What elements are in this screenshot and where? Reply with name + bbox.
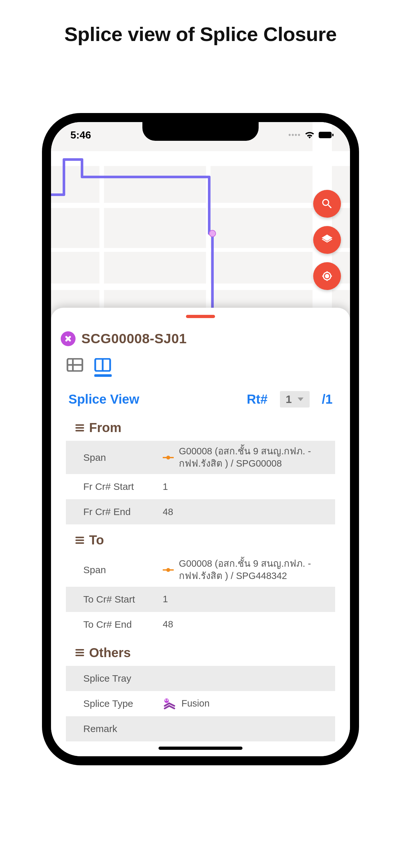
span-marker-icon (163, 568, 174, 572)
row-to-span: Span G00008 (อสก.ชั้น 9 สนญ.กฟภ. - กฟฟ.ร… (66, 553, 335, 586)
value-to-end: 48 (163, 618, 173, 631)
chevron-down-icon (298, 398, 304, 401)
layers-button[interactable] (313, 226, 341, 254)
search-icon (320, 197, 334, 210)
label-to-start: To Cr# Start (66, 594, 163, 605)
svg-point-11 (164, 699, 169, 703)
svg-point-10 (166, 568, 170, 572)
label-splice-tray: Splice Tray (66, 673, 163, 684)
svg-point-12 (165, 700, 166, 701)
sheet-drag-handle[interactable] (186, 315, 215, 318)
fusion-icon (163, 697, 176, 710)
status-time: 5:46 (70, 129, 91, 141)
row-from-span: Span G00008 (อสก.ชั้น 9 สนญ.กฟภ. - กฟฟ.ร… (66, 441, 335, 474)
rt-selected-value: 1 (286, 393, 292, 406)
closure-icon (61, 331, 75, 346)
columns-icon (94, 358, 111, 372)
view-title: Splice View (68, 392, 235, 407)
tab-column-view[interactable] (94, 358, 111, 372)
value-to-span: G00008 (อสก.ชั้น 9 สนญ.กฟภ. - กฟฟ.รังสิต… (179, 558, 329, 582)
section-others: Others Splice Tray Splice Type (66, 646, 335, 741)
rt-label: Rt# (247, 392, 267, 407)
section-to: To Span G00008 (อสก.ชั้น 9 สนญ.กฟภ. - กฟ… (66, 533, 335, 637)
row-from-end: Fr Cr# End 48 (66, 499, 335, 524)
svg-rect-1 (332, 134, 334, 136)
label-from-end: Fr Cr# End (66, 506, 163, 517)
value-to-start: 1 (163, 593, 168, 606)
cellular-dots-icon: •••• (288, 131, 301, 139)
value-splice-type: Fusion (181, 698, 210, 710)
view-header: Splice View Rt# 1 /1 (68, 391, 333, 407)
page-title: Splice view of Splice Closure (0, 23, 401, 45)
span-marker-icon (163, 455, 174, 460)
home-indicator[interactable] (158, 747, 243, 750)
section-title-to: To (89, 533, 104, 547)
value-from-start: 1 (163, 481, 168, 493)
status-bar: 5:46 •••• (51, 122, 350, 148)
section-from: From Span G00008 (อสก.ชั้น 9 สนญ.กฟภ. - … (66, 421, 335, 524)
list-icon (75, 648, 85, 657)
label-splice-type: Splice Type (66, 698, 163, 709)
svg-point-8 (166, 456, 170, 460)
detail-sheet: SCG00008-SJ01 Splice View Rt# 1 /1 (51, 308, 350, 756)
svg-point-13 (167, 700, 168, 701)
locate-button[interactable] (313, 262, 341, 290)
list-icon (75, 536, 85, 545)
search-button[interactable] (313, 190, 341, 218)
rt-select[interactable]: 1 (280, 391, 310, 407)
grid-icon (66, 358, 83, 372)
section-title-others: Others (89, 646, 131, 660)
phone-frame: 5:46 •••• (42, 113, 359, 765)
rt-total: /1 (322, 392, 333, 407)
label-from-start: Fr Cr# Start (66, 481, 163, 492)
label-from-span: Span (66, 452, 163, 463)
label-to-end: To Cr# End (66, 619, 163, 630)
fab-stack (313, 190, 341, 290)
status-icons: •••• (288, 131, 334, 139)
value-from-span: G00008 (อสก.ชั้น 9 สนญ.กฟภ. - กฟฟ.รังสิต… (179, 445, 329, 469)
row-to-end: To Cr# End 48 (66, 612, 335, 637)
row-from-start: Fr Cr# Start 1 (66, 474, 335, 499)
section-title-from: From (89, 421, 121, 435)
svg-rect-0 (319, 132, 332, 138)
tab-bar (66, 358, 342, 372)
label-remark: Remark (66, 723, 163, 734)
list-icon (75, 424, 85, 432)
tab-grid-view[interactable] (66, 358, 83, 372)
row-to-start: To Cr# Start 1 (66, 587, 335, 612)
wifi-icon (305, 131, 314, 138)
locate-icon (320, 270, 334, 283)
closure-id: SCG00008-SJ01 (81, 331, 187, 346)
label-to-span: Span (66, 564, 163, 576)
battery-icon (318, 131, 334, 138)
row-splice-type: Splice Type Fusion (66, 691, 335, 716)
closure-header: SCG00008-SJ01 (61, 331, 342, 346)
row-splice-tray: Splice Tray (66, 666, 335, 691)
value-from-end: 48 (163, 506, 173, 518)
map-route-node (209, 230, 216, 237)
row-remark: Remark (66, 716, 335, 741)
layers-icon (320, 234, 334, 246)
